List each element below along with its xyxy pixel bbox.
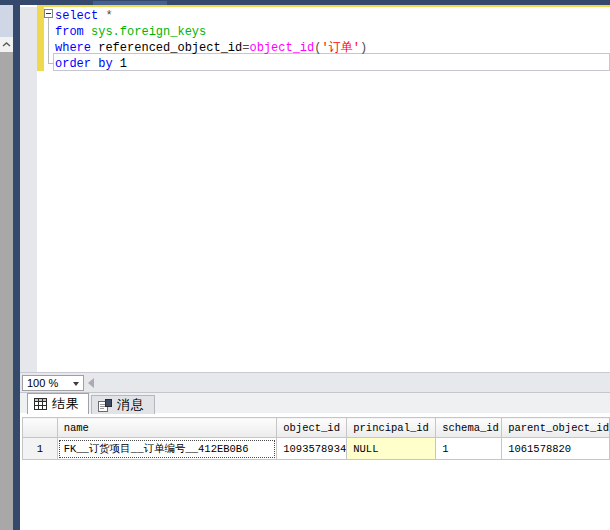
cell-schema-id[interactable]: 1 xyxy=(436,438,502,460)
results-tab-strip: 结果 消息 xyxy=(20,392,610,413)
caret-down-icon xyxy=(73,382,79,386)
code-token: '订单' xyxy=(321,41,359,55)
chevron-up-icon xyxy=(2,42,11,47)
minus-icon xyxy=(46,13,51,14)
code-token xyxy=(84,25,91,39)
column-header-parent-object-id[interactable]: parent_object_id xyxy=(502,418,610,438)
code-line-3: where referenced_object_id=object_id('订单… xyxy=(55,40,367,56)
hscroll-left-button[interactable] xyxy=(88,378,94,388)
cell-object-id[interactable]: 1093578934 xyxy=(277,438,347,460)
outline-collapse-toggle[interactable] xyxy=(44,9,53,18)
window-splitter[interactable] xyxy=(13,0,20,530)
left-panel-edge xyxy=(0,5,13,37)
editor-indicator-margin xyxy=(20,7,37,372)
grid-data-row: 1 FK__订货项目__订单编号__412EB0B6 1093578934 NU… xyxy=(23,438,610,460)
code-token: from xyxy=(55,25,84,39)
code-token: referenced_object_id xyxy=(91,41,242,55)
code-token: select xyxy=(55,9,98,23)
scroll-up-button[interactable] xyxy=(0,37,13,52)
code-token: sys.foreign_keys xyxy=(91,25,206,39)
results-grid: name object_id principal_id schema_id pa… xyxy=(22,417,610,460)
scrollbar-thumb[interactable] xyxy=(0,52,13,530)
cell-parent-object-id[interactable]: 1061578820 xyxy=(502,438,610,460)
zoom-level-dropdown[interactable]: 100 % xyxy=(22,375,84,391)
column-header-name[interactable]: name xyxy=(57,418,277,438)
column-header-schema-id[interactable]: schema_id xyxy=(436,418,502,438)
changed-lines-bar xyxy=(37,7,44,71)
sql-editor-surface[interactable]: select * from sys.foreign_keys where ref… xyxy=(20,7,610,372)
outline-guide-line xyxy=(48,18,49,63)
row-header[interactable]: 1 xyxy=(23,438,58,460)
code-token: order by xyxy=(55,57,113,71)
editor-bottom-bar: 100 % xyxy=(20,372,610,392)
ssms-query-window: { "colors": { "keyword": "#0000ff", "sys… xyxy=(0,0,610,530)
grid-header-row: name object_id principal_id schema_id pa… xyxy=(23,418,610,438)
results-grid-icon xyxy=(34,398,47,410)
code-token: where xyxy=(55,41,91,55)
tab-messages[interactable]: 消息 xyxy=(91,395,155,414)
code-token: * xyxy=(98,9,112,23)
column-header-principal-id[interactable]: principal_id xyxy=(347,418,436,438)
tab-results[interactable]: 结果 xyxy=(27,393,89,414)
tab-messages-label: 消息 xyxy=(117,396,145,414)
column-header-object-id[interactable]: object_id xyxy=(277,418,347,438)
code-line-2: from sys.foreign_keys xyxy=(55,24,206,40)
code-line-4: order by 1 xyxy=(55,56,127,72)
tab-results-label: 结果 xyxy=(52,395,80,413)
code-token: 1 xyxy=(113,57,127,71)
code-token: ) xyxy=(360,41,367,55)
zoom-level-value: 100 % xyxy=(27,377,58,389)
code-line-1: select * xyxy=(55,8,113,24)
cell-principal-id[interactable]: NULL xyxy=(347,438,436,460)
code-token: object_id xyxy=(249,41,314,55)
cell-name[interactable]: FK__订货项目__订单编号__412EB0B6 xyxy=(57,438,277,460)
grid-corner-header[interactable] xyxy=(23,418,58,438)
messages-icon xyxy=(98,399,112,412)
